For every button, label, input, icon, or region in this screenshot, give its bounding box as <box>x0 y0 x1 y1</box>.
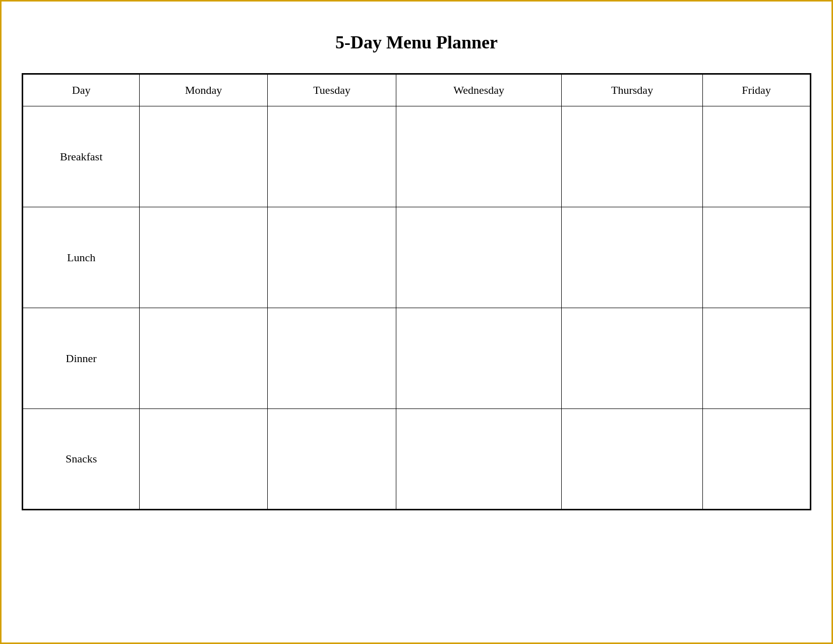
dinner-monday-cell[interactable] <box>140 308 268 409</box>
col-header-wednesday: Wednesday <box>396 74 562 106</box>
breakfast-friday-cell[interactable] <box>703 106 811 207</box>
header-row: Day Monday Tuesday Wednesday Thursday Fr… <box>23 74 811 106</box>
snacks-friday-cell[interactable] <box>703 409 811 510</box>
breakfast-wednesday-cell[interactable] <box>396 106 562 207</box>
breakfast-tuesday-cell[interactable] <box>268 106 396 207</box>
lunch-wednesday-cell[interactable] <box>396 207 562 308</box>
menu-planner-table: Day Monday Tuesday Wednesday Thursday Fr… <box>22 73 811 510</box>
snacks-thursday-cell[interactable] <box>562 409 703 510</box>
breakfast-row: Breakfast <box>23 106 811 207</box>
dinner-wednesday-cell[interactable] <box>396 308 562 409</box>
lunch-row: Lunch <box>23 207 811 308</box>
page-title: 5-Day Menu Planner <box>335 32 498 53</box>
snacks-monday-cell[interactable] <box>140 409 268 510</box>
lunch-friday-cell[interactable] <box>703 207 811 308</box>
snacks-label: Snacks <box>23 409 140 510</box>
col-header-tuesday: Tuesday <box>268 74 396 106</box>
col-header-day: Day <box>23 74 140 106</box>
breakfast-thursday-cell[interactable] <box>562 106 703 207</box>
dinner-label: Dinner <box>23 308 140 409</box>
dinner-tuesday-cell[interactable] <box>268 308 396 409</box>
lunch-tuesday-cell[interactable] <box>268 207 396 308</box>
dinner-thursday-cell[interactable] <box>562 308 703 409</box>
lunch-monday-cell[interactable] <box>140 207 268 308</box>
snacks-row: Snacks <box>23 409 811 510</box>
col-header-monday: Monday <box>140 74 268 106</box>
breakfast-label: Breakfast <box>23 106 140 207</box>
lunch-thursday-cell[interactable] <box>562 207 703 308</box>
breakfast-monday-cell[interactable] <box>140 106 268 207</box>
dinner-friday-cell[interactable] <box>703 308 811 409</box>
col-header-friday: Friday <box>703 74 811 106</box>
lunch-label: Lunch <box>23 207 140 308</box>
dinner-row: Dinner <box>23 308 811 409</box>
snacks-tuesday-cell[interactable] <box>268 409 396 510</box>
col-header-thursday: Thursday <box>562 74 703 106</box>
snacks-wednesday-cell[interactable] <box>396 409 562 510</box>
